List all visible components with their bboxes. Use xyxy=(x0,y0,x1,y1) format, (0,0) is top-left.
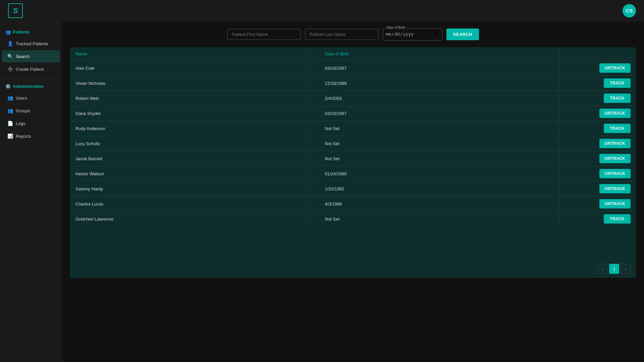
row-divider-2 xyxy=(559,136,569,151)
patient-dob: 4/3/1998 xyxy=(320,197,559,211)
topbar: S CS xyxy=(0,0,644,21)
dob-wrapper: Date of Birth xyxy=(383,28,442,41)
search-button[interactable]: SEARCH xyxy=(446,28,479,40)
patient-name: Lucy Schultz xyxy=(70,137,310,150)
row-divider-2 xyxy=(559,212,569,226)
action-cell: UNTRACK xyxy=(569,151,636,166)
untrack-button[interactable]: UNTRACK xyxy=(599,169,631,178)
row-divider-1 xyxy=(310,136,320,151)
row-divider-2 xyxy=(559,196,569,211)
action-cell: UNTRACK xyxy=(569,166,636,181)
row-divider-1 xyxy=(310,106,320,121)
row-divider-1 xyxy=(310,121,320,136)
sidebar-item-tracked-patients[interactable]: 👤 Tracked Patients xyxy=(2,38,60,50)
untrack-button[interactable]: UNTRACK xyxy=(599,139,631,148)
groups-icon: 👥 xyxy=(7,108,13,113)
sidebar-item-create-patient[interactable]: ➕ Create Patient xyxy=(2,63,60,75)
patient-name: Jacob Barnett xyxy=(70,152,310,166)
row-divider-2 xyxy=(559,181,569,196)
row-divider-2 xyxy=(559,91,569,106)
patient-name: Rudy Anderson xyxy=(70,122,310,135)
track-button[interactable]: TRACK xyxy=(604,214,631,224)
patient-dob: 03/19/1997 xyxy=(320,107,559,120)
action-cell: TRACK xyxy=(569,76,636,90)
sidebar-item-logs[interactable]: 📄 Logs xyxy=(2,117,60,129)
patient-name: Gretchen Lawrence xyxy=(70,212,310,226)
users-icon: 👥 xyxy=(7,95,13,101)
patient-name: Vivian Nicholas xyxy=(70,76,310,90)
col-name: Name xyxy=(70,47,310,60)
action-cell: TRACK xyxy=(569,212,636,226)
table-row: Lucy Schultz Not Set UNTRACK xyxy=(70,136,636,151)
sidebar-item-groups[interactable]: 👥 Groups xyxy=(2,105,60,117)
patient-name: Robert Web xyxy=(70,92,310,105)
patients-icon: 👥 xyxy=(5,29,11,35)
logo-letter: S xyxy=(13,6,18,15)
col-action xyxy=(569,47,636,60)
dob-input[interactable] xyxy=(386,29,439,39)
row-divider-1 xyxy=(310,212,320,226)
last-name-input[interactable] xyxy=(305,29,379,40)
next-page-button[interactable]: › xyxy=(621,264,631,274)
patient-name: Alan Cole xyxy=(70,61,310,75)
sidebar: 👥 Patients 👤 Tracked Patients 🔍 Search ➕… xyxy=(0,21,62,362)
content-area: Date of Birth SEARCH Name Date of Birth … xyxy=(62,21,644,362)
row-divider-1 xyxy=(310,181,320,196)
patient-dob: Not Set xyxy=(320,137,559,150)
row-divider-1 xyxy=(310,196,320,211)
table-row: Alan Cole 03/19/1997 UNTRACK xyxy=(70,61,636,76)
patient-dob: Not Set xyxy=(320,152,559,166)
admin-icon: ⚙️ xyxy=(5,84,11,89)
table-row: Vivian Nicholas 12/18/1989 TRACK xyxy=(70,76,636,91)
patient-name: Charles Lucas xyxy=(70,197,310,211)
patient-dob: 2/4/2003 xyxy=(320,92,559,105)
logo: S xyxy=(8,3,23,18)
patient-dob: 01/24/1990 xyxy=(320,167,559,181)
sidebar-item-search[interactable]: 🔍 Search xyxy=(2,50,60,62)
row-divider-1 xyxy=(310,151,320,166)
action-cell: UNTRACK xyxy=(569,136,636,151)
track-button[interactable]: TRACK xyxy=(604,94,631,103)
patient-dob: Not Set xyxy=(320,212,559,226)
row-divider-2 xyxy=(559,106,569,121)
sidebar-divider xyxy=(0,78,62,78)
action-cell: UNTRACK xyxy=(569,106,636,121)
patient-name: Dana Snyder xyxy=(70,107,310,120)
patient-dob: 12/18/1989 xyxy=(320,76,559,90)
row-divider-2 xyxy=(559,151,569,166)
dob-label: Date of Birth xyxy=(386,26,407,29)
create-patient-icon: ➕ xyxy=(7,66,13,72)
patient-dob: 1/10/1992 xyxy=(320,182,559,196)
sidebar-item-reports[interactable]: 📊 Reports xyxy=(2,130,60,142)
track-button[interactable]: TRACK xyxy=(604,78,631,88)
main-layout: 👥 Patients 👤 Tracked Patients 🔍 Search ➕… xyxy=(0,21,644,362)
patient-dob: 03/19/1997 xyxy=(320,61,559,75)
table-row: Sammy Hardy 1/10/1992 UNTRACK xyxy=(70,181,636,196)
search-icon: 🔍 xyxy=(7,54,13,59)
action-cell: UNTRACK xyxy=(569,181,636,196)
untrack-button[interactable]: UNTRACK xyxy=(599,199,631,208)
admin-section-title: ⚙️ Administration xyxy=(0,81,62,92)
untrack-button[interactable]: UNTRACK xyxy=(599,63,631,73)
user-avatar[interactable]: CS xyxy=(623,4,636,17)
untrack-button[interactable]: UNTRACK xyxy=(599,109,631,118)
patients-table: Name Date of Birth Alan Cole 03/19/1997 … xyxy=(70,47,636,278)
table-empty-space xyxy=(70,226,636,260)
action-cell: UNTRACK xyxy=(569,196,636,211)
first-name-input[interactable] xyxy=(227,29,301,40)
track-button[interactable]: TRACK xyxy=(604,124,631,133)
untrack-button[interactable]: UNTRACK xyxy=(599,154,631,163)
patient-dob: Not Set xyxy=(320,122,559,135)
sidebar-item-users[interactable]: 👥 Users xyxy=(2,92,60,104)
table-row: Rudy Anderson Not Set TRACK xyxy=(70,121,636,136)
page-1-button[interactable]: 1 xyxy=(609,264,619,274)
table-row: Dana Snyder 03/19/1997 UNTRACK xyxy=(70,106,636,121)
patient-name: Hector Watson xyxy=(70,167,310,181)
prev-page-button[interactable]: ‹ xyxy=(598,264,608,274)
untrack-button[interactable]: UNTRACK xyxy=(599,184,631,193)
patients-section-title: 👥 Patients xyxy=(0,27,62,37)
row-divider-1 xyxy=(310,76,320,90)
row-divider-1 xyxy=(310,91,320,106)
patient-name: Sammy Hardy xyxy=(70,182,310,196)
table-row: Jacob Barnett Not Set UNTRACK xyxy=(70,151,636,166)
